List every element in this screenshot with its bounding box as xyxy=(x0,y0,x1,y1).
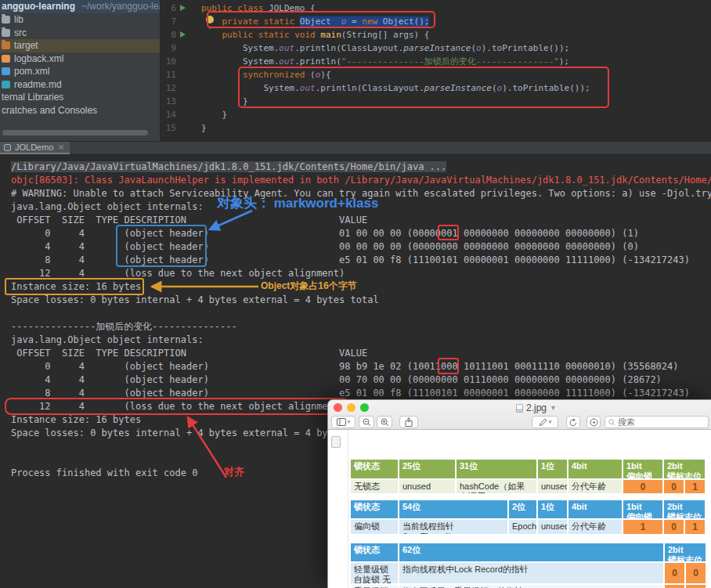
flag-bit-cell: 0 xyxy=(664,480,684,493)
project-item-cratches-and-consoles[interactable]: cratches and Consoles xyxy=(0,104,160,117)
code-text: } xyxy=(201,121,207,135)
table-cell: 偏向锁 xyxy=(351,520,398,534)
close-tab-icon[interactable]: ✕ xyxy=(58,143,65,152)
annotation-text-16-bytes: Object对象占16个字节 xyxy=(261,280,357,292)
search-field[interactable] xyxy=(605,416,709,428)
rotate-button[interactable] xyxy=(566,416,580,428)
zoom-in-icon xyxy=(381,418,389,427)
close-button[interactable] xyxy=(334,403,342,412)
markup-button[interactable]: ▾ xyxy=(532,416,558,428)
folder-icon xyxy=(2,16,10,23)
window-title-text: 2.jpg xyxy=(526,402,547,413)
flag-bit-cell: 1 xyxy=(685,520,705,534)
console-line-16: 0 4 (object header) 98 b9 1e 02 (1001100… xyxy=(11,360,679,373)
code-text: public static void main(String[] args) { xyxy=(201,28,429,41)
table-header-cell: 54位 xyxy=(399,500,507,518)
table-cell: hashCode（如果有调用） xyxy=(457,480,536,493)
table-cell: unused xyxy=(538,480,567,493)
project-item-lib[interactable]: lib xyxy=(0,13,160,27)
console-line-2: objc[86503]: Class JavaLaunchHelper is i… xyxy=(11,174,711,187)
project-root-name: angguo-learning xyxy=(2,1,75,12)
window-title: 2.jpg ▼ xyxy=(516,402,557,413)
zoom-out-button[interactable] xyxy=(359,416,374,428)
project-item-target[interactable]: target xyxy=(0,39,160,52)
project-item-label: pom.xml xyxy=(14,65,49,78)
preview-titlebar: 2.jpg ▼ ▾ ▾ xyxy=(328,400,711,430)
markup-pencil-icon xyxy=(539,418,547,427)
xml-file-icon xyxy=(2,55,10,63)
flag-bit-cell: 1 xyxy=(665,585,684,588)
lock-table-3: 锁状态62位2bit 锁标志位轻量级锁 自旋锁 无锁指向线程栈中Lock Rec… xyxy=(351,543,706,588)
flag-bit-cell: 0 xyxy=(664,520,684,534)
search-input[interactable] xyxy=(618,417,688,427)
folder-excluded-icon xyxy=(2,41,10,49)
table-header-cell: 62位 xyxy=(399,543,663,561)
line-number: 13 xyxy=(162,95,176,108)
line-number: 14 xyxy=(162,108,176,121)
table-header-cell: 锁状态 xyxy=(351,460,398,478)
console-line-8: 8 4 (object header) e5 01 00 f8 (1110010… xyxy=(11,254,690,267)
annotation-text-align: 对齐 xyxy=(224,466,244,478)
table-header-cell: 1bit 偏向锁位 xyxy=(623,460,662,478)
table-header-cell: 2bit 锁标志位 xyxy=(665,543,706,561)
console-line-6: 0 4 (object header) 01 00 00 00 (0000000… xyxy=(11,227,639,240)
share-button[interactable] xyxy=(399,416,418,428)
project-item-logback-xml[interactable]: logback.xml xyxy=(0,52,160,66)
annotation-red-box-alignment-row xyxy=(5,398,349,415)
horizontal-scrollbar[interactable] xyxy=(2,130,148,135)
console-line-14: java.lang.Object object internals: xyxy=(11,334,204,347)
table-header-cell: 1位 xyxy=(538,500,567,518)
project-item-label: cratches and Consoles xyxy=(2,104,97,117)
project-item-pom-xml[interactable]: pom.xml xyxy=(0,65,160,78)
thumbnail-icon xyxy=(331,436,341,448)
zoom-in-button[interactable] xyxy=(377,416,392,428)
console-line-24: Process finished with exit code 0 xyxy=(11,467,197,480)
table-header-cell: 25位 xyxy=(399,460,455,478)
console-line-21: Space losses: 0 bytes internal + 4 bytes… xyxy=(11,427,379,440)
flag-bit-cell: 0 xyxy=(686,585,706,588)
line-number: 6 xyxy=(162,2,176,15)
table-header-cell: 2bit 锁标志位 xyxy=(664,500,705,518)
tab-joldemo[interactable]: JOLDemo ✕ xyxy=(0,142,70,154)
flag-bit-cell: 0 xyxy=(665,563,684,583)
project-item-readme-md[interactable]: readme.md xyxy=(0,78,160,92)
console-line-11: Space losses: 0 bytes internal + 4 bytes… xyxy=(11,294,379,307)
ide-window: angguo-learning~/work/yangguo-learni lib… xyxy=(0,0,711,588)
project-item-label: logback.xml xyxy=(14,52,63,65)
annotation-red-box-synchronized xyxy=(238,67,609,108)
console-line-17: 4 4 (object header) 00 70 00 00 (0000000… xyxy=(11,373,662,387)
project-panel: angguo-learning~/work/yangguo-learni lib… xyxy=(0,0,161,141)
search-icon xyxy=(608,419,615,426)
console-tab-label: JOLDemo xyxy=(15,142,54,153)
project-item-label: src xyxy=(14,27,27,39)
table-header-cell: 1位 xyxy=(538,460,567,478)
table-cell: 无锁态（new） xyxy=(351,480,398,493)
run-line-icon[interactable] xyxy=(180,31,186,38)
table-cell: 指向线程栈中Lock Record的指针 xyxy=(399,563,663,583)
sidebar-icon xyxy=(337,418,346,426)
chevron-down-icon[interactable]: ▼ xyxy=(550,402,557,413)
table-header-cell: 4bit xyxy=(568,500,622,518)
table-cell: 分代年龄 xyxy=(568,480,622,493)
pointer-circle-icon xyxy=(590,418,598,427)
flag-bit-cell: 1 xyxy=(623,520,662,534)
code-line-9: 9 System.out.println(ClassLayout.parseIn… xyxy=(161,41,711,55)
image-file-icon xyxy=(516,404,523,413)
console-line-4: java.lang.Object object internals: xyxy=(11,200,204,214)
annotation-text-markword-klass: 对象头： markword+klass xyxy=(217,195,378,212)
project-root-path: ~/work/yangguo-learni xyxy=(81,1,161,12)
project-root-row[interactable]: angguo-learning~/work/yangguo-learni xyxy=(0,0,160,13)
sidebar-toggle-button[interactable]: ▾ xyxy=(331,416,356,428)
annotation-red-box-bits-locked xyxy=(438,358,459,374)
run-line-icon[interactable] xyxy=(180,5,186,11)
preview-left-margin xyxy=(328,430,348,588)
pointer-tool-button[interactable] xyxy=(586,416,601,428)
annotation-red-box-bits-unlocked xyxy=(438,225,459,240)
table-cell: unused xyxy=(399,480,455,493)
project-item-ternal-libraries[interactable]: ternal Libraries xyxy=(0,91,160,104)
project-item-src[interactable]: src xyxy=(0,27,160,40)
minimize-button[interactable] xyxy=(347,403,356,412)
code-text: System.out.println(ClassLayout.parseInst… xyxy=(201,41,569,55)
zoom-button[interactable] xyxy=(360,403,369,412)
table-header-cell: 31位 xyxy=(457,460,536,478)
